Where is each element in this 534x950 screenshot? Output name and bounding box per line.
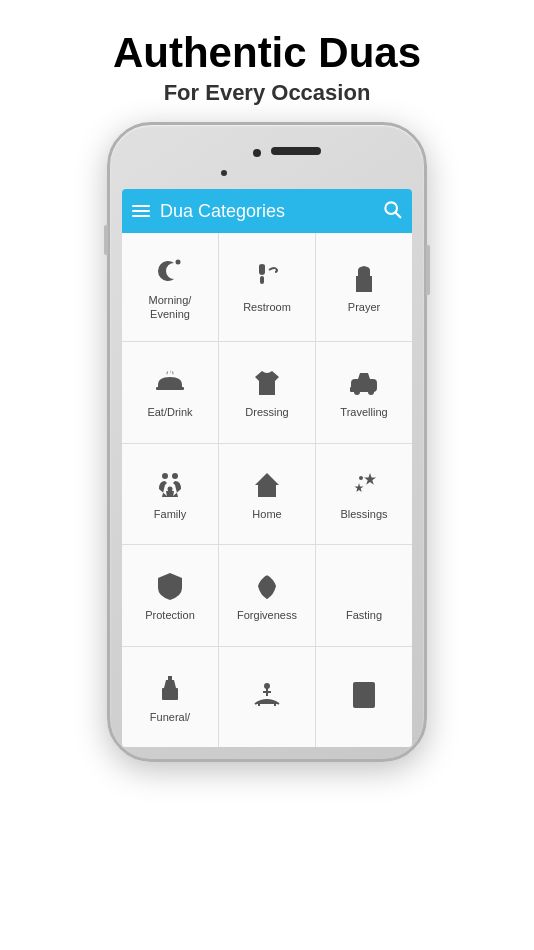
svg-point-19 [265, 684, 269, 688]
svg-rect-12 [264, 489, 270, 497]
camera-dot [221, 170, 227, 176]
category-home[interactable]: Home [219, 444, 315, 545]
camera [253, 149, 261, 157]
category-restroom[interactable]: Restroom [219, 233, 315, 341]
family-label: Family [154, 508, 186, 521]
category-prayer[interactable]: Prayer [316, 233, 412, 341]
svg-rect-17 [162, 688, 178, 700]
restroom-label: Restroom [243, 301, 291, 314]
dressing-icon [249, 365, 285, 401]
forgiveness-icon [249, 568, 285, 604]
svg-rect-20 [353, 682, 375, 708]
phone-shell: Dua Categories Morning/Evening [107, 122, 427, 762]
protection-label: Protection [145, 609, 195, 622]
travelling-icon [346, 365, 382, 401]
blessings-icon [346, 467, 382, 503]
svg-point-7 [368, 389, 374, 395]
category-quran[interactable] [316, 647, 412, 748]
hamburger-button[interactable] [132, 205, 150, 217]
family-icon [152, 467, 188, 503]
search-icon[interactable] [382, 199, 402, 224]
morning-evening-label: Morning/Evening [149, 294, 192, 320]
restroom-icon [249, 260, 285, 296]
categories-grid: Morning/Evening Restroom [122, 233, 412, 747]
category-blessings[interactable]: Blessings [316, 444, 412, 545]
svg-point-10 [172, 473, 178, 479]
home-icon [249, 467, 285, 503]
svg-point-9 [162, 473, 168, 479]
category-prayer-mat[interactable] [219, 647, 315, 748]
funeral-icon [152, 670, 188, 706]
svg-point-2 [176, 260, 181, 265]
fasting-label: Fasting [346, 609, 382, 622]
app-nav-title: Dua Categories [160, 201, 382, 222]
svg-point-18 [168, 682, 172, 686]
category-forgiveness[interactable]: Forgiveness [219, 545, 315, 646]
eat-drink-label: Eat/Drink [147, 406, 192, 419]
svg-marker-13 [364, 473, 376, 485]
quran-icon [346, 676, 382, 712]
home-label: Home [252, 508, 281, 521]
funeral-label: Funeral/ [150, 711, 190, 724]
page-header: Authentic Duas For Every Occasion [93, 0, 441, 122]
speaker [271, 147, 321, 155]
prayer-label: Prayer [348, 301, 380, 314]
morning-evening-icon [152, 253, 188, 289]
svg-line-1 [396, 212, 401, 217]
svg-point-11 [168, 486, 173, 491]
category-protection[interactable]: Protection [122, 545, 218, 646]
fasting-icon [346, 568, 382, 604]
category-travelling[interactable]: Travelling [316, 342, 412, 443]
phone-top [118, 137, 416, 185]
category-family[interactable]: Family [122, 444, 218, 545]
app-header: Dua Categories [122, 189, 412, 233]
svg-rect-8 [350, 387, 355, 392]
category-funeral[interactable]: Funeral/ [122, 647, 218, 748]
category-dressing[interactable]: Dressing [219, 342, 315, 443]
prayer-mat-icon [249, 676, 285, 712]
page-subtitle: For Every Occasion [113, 80, 421, 106]
category-eat-drink[interactable]: Eat/Drink [122, 342, 218, 443]
prayer-icon [346, 260, 382, 296]
svg-point-15 [359, 476, 363, 480]
forgiveness-label: Forgiveness [237, 609, 297, 622]
svg-marker-14 [355, 483, 364, 492]
svg-rect-4 [156, 387, 184, 390]
dressing-label: Dressing [245, 406, 288, 419]
eat-drink-icon [152, 365, 188, 401]
phone-screen: Dua Categories Morning/Evening [122, 189, 412, 747]
svg-rect-3 [260, 276, 264, 284]
blessings-label: Blessings [340, 508, 387, 521]
protection-icon [152, 568, 188, 604]
category-morning-evening[interactable]: Morning/Evening [122, 233, 218, 341]
category-fasting[interactable]: Fasting [316, 545, 412, 646]
travelling-label: Travelling [340, 406, 387, 419]
page-title: Authentic Duas [113, 30, 421, 76]
